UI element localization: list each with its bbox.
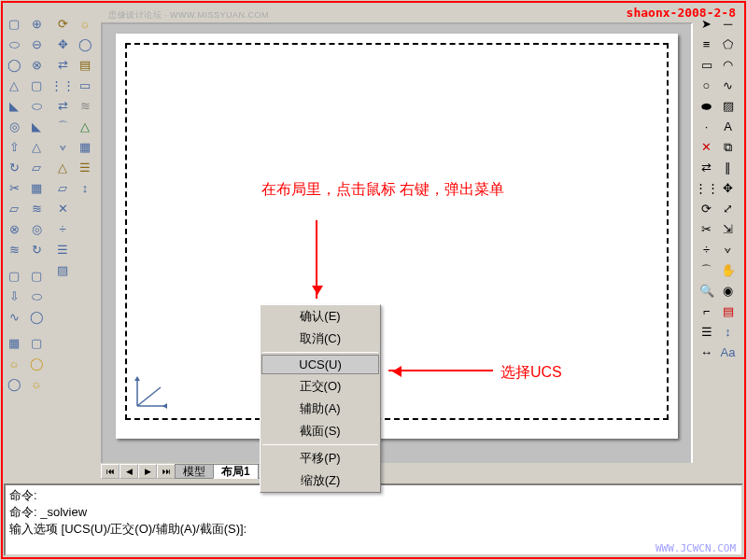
dim-icon[interactable]: ↔ bbox=[696, 342, 717, 362]
mirror-icon[interactable]: ⇄ bbox=[696, 157, 717, 177]
drawing-area[interactable] bbox=[101, 22, 693, 467]
chamfer3d-icon[interactable]: ⦡ bbox=[52, 136, 73, 157]
ctx-ortho[interactable]: 正交(O) bbox=[261, 375, 380, 398]
sol4-icon[interactable]: △ bbox=[26, 136, 47, 157]
render-icon[interactable]: ☼ bbox=[4, 353, 24, 373]
rect-icon[interactable]: ▭ bbox=[696, 54, 717, 75]
ctx-confirm[interactable]: 确认(E) bbox=[261, 305, 380, 328]
polygon-icon[interactable]: ⬠ bbox=[717, 34, 739, 54]
sweep-icon[interactable]: ∿ bbox=[4, 306, 24, 327]
fillet3d-icon[interactable]: ⌒ bbox=[52, 116, 73, 136]
style-icon[interactable]: Aa bbox=[717, 342, 739, 362]
interfere-icon[interactable]: ⊗ bbox=[4, 218, 24, 239]
solid15-icon[interactable]: ☼ bbox=[26, 373, 47, 394]
hide-icon[interactable]: ▦ bbox=[4, 332, 24, 353]
sol8-icon[interactable]: ◎ bbox=[26, 218, 47, 239]
ellipse-icon[interactable]: ⬬ bbox=[696, 95, 717, 116]
shade-icon[interactable]: ◯ bbox=[4, 373, 24, 394]
sol6-icon[interactable]: ▦ bbox=[26, 177, 47, 198]
solid12-icon[interactable]: ◯ bbox=[26, 306, 47, 327]
arc-icon[interactable]: ◠ bbox=[717, 54, 739, 75]
union-icon[interactable]: ⊕ bbox=[26, 13, 47, 34]
revolve-icon[interactable]: ↻ bbox=[4, 157, 24, 177]
scale-icon[interactable]: ⤢ bbox=[717, 198, 739, 218]
zoom-icon[interactable]: 🔍 bbox=[696, 280, 717, 301]
text-icon[interactable]: A bbox=[717, 116, 739, 136]
solidedit-icon[interactable]: ▢ bbox=[4, 265, 24, 286]
extrude-icon[interactable]: ⇧ bbox=[4, 136, 24, 157]
move2-icon[interactable]: ✥ bbox=[717, 177, 739, 198]
ctx-aux[interactable]: 辅助(A) bbox=[261, 398, 380, 420]
renderpref-icon[interactable]: ☰ bbox=[75, 157, 95, 177]
circle-icon[interactable]: ○ bbox=[696, 75, 717, 95]
chamfer-icon[interactable]: ⦡ bbox=[717, 239, 739, 259]
tab-layout1[interactable]: 布局1 bbox=[213, 464, 259, 479]
slice-icon[interactable]: ✂ bbox=[4, 177, 24, 198]
layer-icon[interactable]: ▤ bbox=[717, 301, 739, 321]
background-icon[interactable]: ▭ bbox=[75, 75, 95, 95]
fog-icon[interactable]: ≋ bbox=[75, 95, 95, 116]
3drotate-icon[interactable]: ⟳ bbox=[52, 13, 73, 34]
ctx-pan[interactable]: 平移(P) bbox=[261, 447, 380, 469]
sol9-icon[interactable]: ↻ bbox=[26, 239, 47, 259]
ctx-ucs[interactable]: UCS(U) bbox=[261, 355, 379, 374]
solid10-icon[interactable]: ▢ bbox=[26, 265, 47, 286]
rotate-icon[interactable]: ⟳ bbox=[696, 198, 717, 218]
point-icon[interactable]: · bbox=[696, 116, 717, 136]
sphere-icon[interactable]: ◯ bbox=[4, 54, 24, 75]
dist-icon[interactable]: ↕ bbox=[717, 321, 739, 342]
break-icon[interactable]: ÷ bbox=[696, 239, 717, 259]
clean-icon[interactable]: ✕ bbox=[52, 198, 73, 218]
tab-first-icon[interactable]: ⏮ bbox=[101, 464, 120, 479]
orbit-icon[interactable]: ◉ bbox=[717, 280, 739, 301]
shell-icon[interactable]: ▱ bbox=[52, 177, 73, 198]
solid13-icon[interactable]: ▢ bbox=[26, 332, 47, 353]
properties-icon[interactable]: ☰ bbox=[696, 321, 717, 342]
box-icon[interactable]: ▢ bbox=[4, 13, 24, 34]
trim-icon[interactable]: ✂ bbox=[696, 218, 717, 239]
intersect-icon[interactable]: ⊗ bbox=[26, 54, 47, 75]
fillet-icon[interactable]: ⌒ bbox=[696, 259, 717, 280]
tab-prev-icon[interactable]: ◀ bbox=[120, 464, 138, 479]
cone-icon[interactable]: △ bbox=[4, 75, 24, 95]
ctx-cancel[interactable]: 取消(C) bbox=[261, 328, 380, 350]
array-icon[interactable]: ⋮⋮ bbox=[696, 177, 717, 198]
color-icon[interactable]: ▨ bbox=[52, 259, 73, 280]
solid11-icon[interactable]: ⬭ bbox=[26, 286, 47, 306]
ucs-icon-btn[interactable]: ⌐ bbox=[696, 301, 717, 321]
ctx-zoom[interactable]: 缩放(Z) bbox=[261, 469, 380, 492]
section-icon[interactable]: ▱ bbox=[4, 198, 24, 218]
landscape-icon[interactable]: △ bbox=[75, 116, 95, 136]
tab-next-icon[interactable]: ▶ bbox=[138, 464, 157, 479]
stats-icon[interactable]: ↕ bbox=[75, 177, 95, 198]
scene-icon[interactable]: ▤ bbox=[75, 54, 95, 75]
material-icon[interactable]: ◯ bbox=[75, 34, 95, 54]
check-icon[interactable]: ☰ bbox=[52, 239, 73, 259]
separate-icon[interactable]: ÷ bbox=[52, 218, 73, 239]
sol7-icon[interactable]: ≋ bbox=[26, 198, 47, 218]
command-text-area[interactable]: 命令: 命令: _solview 输入选项 [UCS(U)/正交(O)/辅助(A… bbox=[4, 483, 743, 556]
mapping-icon[interactable]: ▦ bbox=[75, 136, 95, 157]
sol3-icon[interactable]: ◣ bbox=[26, 116, 47, 136]
tab-last-icon[interactable]: ⏭ bbox=[157, 464, 176, 479]
sol2-icon[interactable]: ⬭ bbox=[26, 95, 47, 116]
solid14-icon[interactable]: ◯ bbox=[26, 353, 47, 373]
wedge-icon[interactable]: ◣ bbox=[4, 95, 24, 116]
extend-icon[interactable]: ⇲ bbox=[717, 218, 739, 239]
offset-icon[interactable]: ‖ bbox=[717, 157, 739, 177]
hatch-icon[interactable]: ▨ bbox=[717, 95, 739, 116]
3dalign-icon[interactable]: ⇄ bbox=[52, 54, 73, 75]
erase-icon[interactable]: ✕ bbox=[696, 136, 717, 157]
3darray-icon[interactable]: ⋮⋮ bbox=[52, 75, 73, 95]
ctx-section[interactable]: 截面(S) bbox=[261, 420, 380, 442]
3dmove-icon[interactable]: ✥ bbox=[52, 34, 73, 54]
loft-icon[interactable]: ≋ bbox=[4, 239, 24, 259]
cylinder-icon[interactable]: ⬭ bbox=[4, 34, 24, 54]
sol1-icon[interactable]: ▢ bbox=[26, 75, 47, 95]
sol5-icon[interactable]: ▱ bbox=[26, 157, 47, 177]
subtract-icon[interactable]: ⊖ bbox=[26, 34, 47, 54]
pan-icon[interactable]: ✋ bbox=[717, 259, 739, 280]
3dmirror-icon[interactable]: ⇄ bbox=[52, 95, 73, 116]
copy-icon[interactable]: ⧉ bbox=[717, 136, 739, 157]
spline-icon[interactable]: ∿ bbox=[717, 75, 739, 95]
